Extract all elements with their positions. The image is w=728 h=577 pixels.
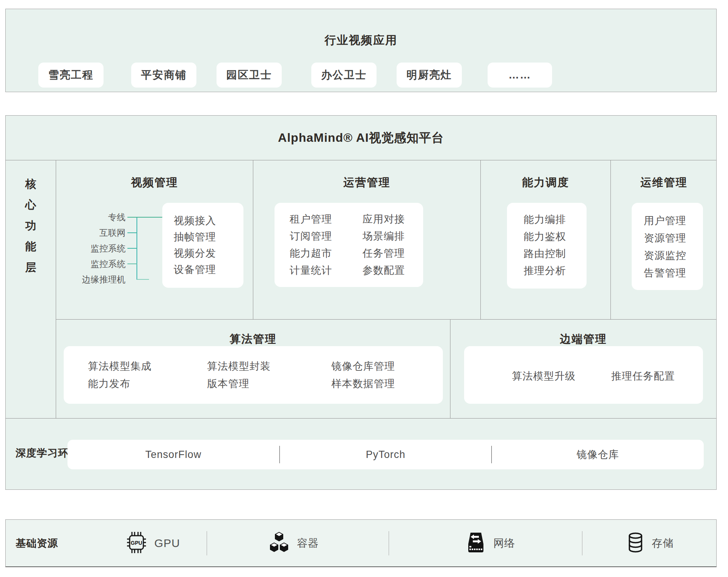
connector-line-5 [137, 279, 149, 280]
infra-item-storage: 存储 [626, 520, 674, 566]
dl-environment-pill: TensorFlow PyTorch 镜像仓库 [67, 440, 704, 469]
maint-item-resource-monitor: 资源监控 [644, 247, 703, 264]
source-label-internet: 互联网 [63, 227, 126, 238]
op-item-capability-market: 能力超市 [290, 245, 332, 262]
core-function-grid: 核心功能层 视频管理 专线 互联网 监控系统 监控系统 边缘推理机 视频接入 [6, 160, 716, 419]
core-layer-sidebar: 核心功能层 [6, 160, 56, 418]
operation-management-title: 运营管理 [253, 175, 480, 190]
infrastructure-section: 基础资源 GPU GPU [5, 519, 717, 567]
platform-title: AlphaMind® AI视觉感知平台 [6, 116, 716, 160]
core-grid-row2: 算法管理 算法模型集成 能力发布 算法模型封装 版本管理 镜像仓库管理 样本数据 [56, 319, 716, 418]
edge-item-model-upgrade: 算法模型升级 [512, 369, 576, 383]
industry-apps-section: 行业视频应用 雪亮工程 平安商铺 园区卫士 办公卫士 明厨亮灶 …… [5, 9, 717, 92]
op-item-subscription: 订阅管理 [290, 228, 332, 245]
maint-item-resource-mgmt: 资源管理 [644, 229, 703, 247]
app-pill-yuanqu: 园区卫士 [217, 63, 282, 88]
algo-item-model-packaging: 算法模型封装 [207, 357, 271, 375]
app-pill-ellipsis: …… [488, 63, 552, 88]
source-label-monitor-system-1: 监控系统 [63, 243, 126, 254]
source-label-dedicated-line: 专线 [63, 212, 126, 223]
op-item-app-connect: 应用对接 [362, 211, 405, 228]
source-label-monitor-system-2: 监控系统 [63, 259, 126, 269]
cap-item-orchestration: 能力编排 [524, 211, 587, 228]
edge-management-box: 算法模型升级 推理任务配置 [464, 346, 703, 404]
connector-line-1 [127, 217, 162, 218]
op-item-scene-orchestration: 场景编排 [362, 228, 405, 245]
capability-scheduling-section: 能力调度 能力编排 能力鉴权 路由控制 推理分析 [481, 160, 611, 319]
core-layer-label: 核心功能层 [24, 174, 37, 278]
algo-item-sample-data-mgmt: 样本数据管理 [331, 375, 395, 392]
video-management-title: 视频管理 [56, 175, 253, 190]
svg-text:GPU: GPU [131, 540, 142, 546]
edge-management-section: 边端管理 算法模型升级 推理任务配置 [450, 320, 716, 418]
infra-divider-2 [389, 531, 389, 555]
dl-item-pytorch: PyTorch [280, 449, 492, 461]
infra-divider-3 [582, 531, 582, 555]
cap-item-auth: 能力鉴权 [524, 228, 587, 245]
edge-management-title: 边端管理 [450, 332, 716, 347]
video-management-box: 视频接入 抽帧管理 视频分发 设备管理 [162, 203, 243, 288]
ops-maintenance-section: 运维管理 用户管理 资源管理 资源监控 告警管理 [611, 160, 717, 319]
app-pill-pingan: 平安商铺 [131, 63, 196, 88]
source-label-edge-inference: 边缘推理机 [63, 274, 126, 285]
infra-item-gpu: GPU GPU [126, 520, 180, 566]
cap-item-routing: 路由控制 [524, 245, 587, 262]
dl-item-image-repo: 镜像仓库 [492, 448, 704, 461]
architecture-diagram: 行业视频应用 雪亮工程 平安商铺 园区卫士 办公卫士 明厨亮灶 …… Alpha… [0, 0, 728, 577]
video-management-section: 视频管理 专线 互联网 监控系统 监控系统 边缘推理机 视频接入 抽帧管理 视频… [56, 160, 253, 319]
infra-item-network: 网络 [465, 520, 515, 566]
infra-item-gpu-label: GPU [154, 537, 180, 550]
industry-apps-title-text: 行业视频应用 [6, 33, 716, 48]
video-item-device-mgmt: 设备管理 [174, 262, 243, 278]
infra-item-container-label: 容器 [297, 536, 319, 550]
algo-item-model-integration: 算法模型集成 [88, 357, 152, 375]
op-item-metering: 计量统计 [290, 262, 332, 279]
edge-item-inference-task-config: 推理任务配置 [611, 369, 675, 383]
storage-icon [626, 532, 645, 555]
algo-item-image-repo-mgmt: 镜像仓库管理 [331, 357, 395, 375]
algo-item-capability-publish: 能力发布 [88, 375, 152, 392]
ops-maintenance-box: 用户管理 资源管理 资源监控 告警管理 [632, 203, 703, 290]
dl-environment-row: 深度学习环境 TensorFlow PyTorch 镜像仓库 [6, 418, 716, 490]
capability-scheduling-box: 能力编排 能力鉴权 路由控制 推理分析 [507, 203, 587, 288]
algorithm-management-title: 算法管理 [56, 332, 450, 347]
video-item-frame-extract: 抽帧管理 [174, 229, 243, 245]
maint-item-alarm: 告警管理 [644, 264, 703, 282]
app-pill-xueliang: 雪亮工程 [38, 63, 104, 88]
ops-maintenance-title: 运维管理 [611, 175, 717, 190]
app-pill-mingchu: 明厨亮灶 [397, 63, 462, 88]
network-icon [465, 532, 486, 555]
infra-item-storage-label: 存储 [652, 536, 674, 550]
capability-scheduling-title: 能力调度 [481, 175, 610, 190]
algo-item-version-mgmt: 版本管理 [207, 375, 271, 392]
video-item-access: 视频接入 [174, 213, 243, 229]
infra-item-network-label: 网络 [493, 536, 515, 550]
op-item-task-mgmt: 任务管理 [362, 245, 405, 262]
platform-section: AlphaMind® AI视觉感知平台 核心功能层 视频管理 专线 互联网 监控… [5, 115, 717, 490]
infra-item-container: 容器 [268, 520, 319, 566]
video-item-distribution: 视频分发 [174, 245, 243, 262]
infra-divider-1 [207, 531, 207, 555]
algorithm-management-box: 算法模型集成 能力发布 算法模型封装 版本管理 镜像仓库管理 样本数据管理 [64, 346, 443, 404]
container-icon [268, 531, 290, 555]
operation-management-box: 租户管理 订阅管理 能力超市 计量统计 应用对接 场景编排 任务管理 参数配置 [275, 203, 423, 287]
operation-management-section: 运营管理 租户管理 订阅管理 能力超市 计量统计 应用对接 场景编排 任务管理 … [253, 160, 481, 319]
connector-line-2 [127, 232, 137, 233]
app-pill-bangong: 办公卫士 [311, 63, 377, 88]
connector-line-4 [127, 263, 137, 264]
op-item-tenant: 租户管理 [290, 211, 332, 228]
gpu-chip-icon: GPU [126, 531, 147, 556]
cap-item-inference-analysis: 推理分析 [524, 262, 587, 279]
connector-line-3 [127, 248, 137, 249]
infrastructure-label: 基础资源 [16, 520, 58, 566]
dl-item-tensorflow: TensorFlow [67, 449, 279, 461]
op-item-param-config: 参数配置 [362, 262, 405, 279]
maint-item-user: 用户管理 [644, 212, 703, 229]
algorithm-management-section: 算法管理 算法模型集成 能力发布 算法模型封装 版本管理 镜像仓库管理 样本数据 [56, 320, 450, 418]
